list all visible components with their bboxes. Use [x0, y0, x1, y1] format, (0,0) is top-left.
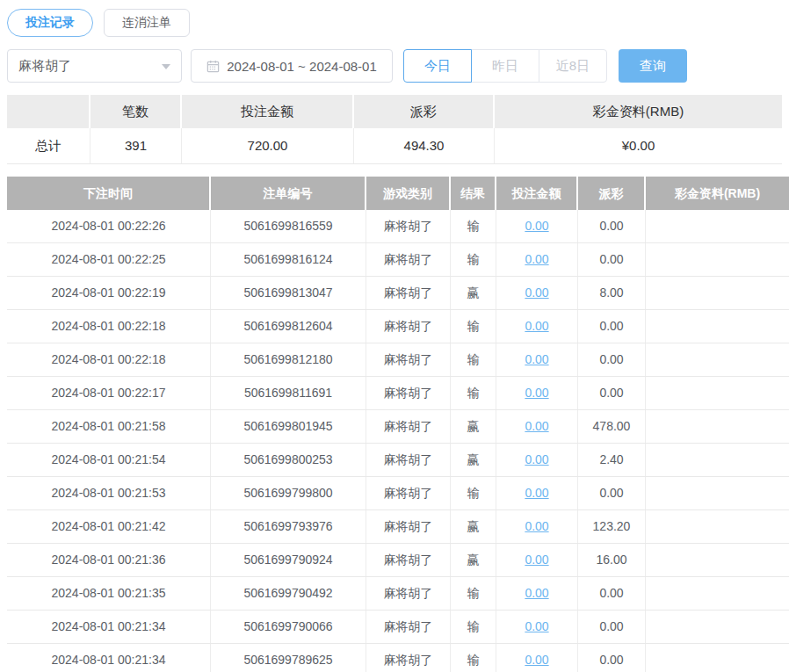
bet-amount-link[interactable]: 0.00	[525, 252, 548, 266]
cell-bet-time: 2024-08-01 00:22:18	[7, 310, 211, 343]
table-row: 2024-08-01 00:22:25 5061699816124 麻将胡了 输…	[7, 243, 789, 277]
bet-amount-link[interactable]: 0.00	[525, 553, 548, 567]
header-bonus: 彩金资料(RMB)	[646, 177, 789, 210]
cell-order-id: 5061699801945	[211, 410, 366, 443]
cell-payout: 478.00	[578, 410, 646, 443]
cell-bonus	[646, 611, 789, 643]
cell-payout: 8.00	[578, 277, 646, 309]
cell-result: 输	[451, 477, 496, 509]
cell-bet-time: 2024-08-01 00:22:17	[7, 377, 211, 409]
cell-result: 输	[451, 210, 496, 242]
cell-bet-amount: 0.00	[496, 277, 578, 309]
cell-order-id: 5061699800253	[211, 444, 366, 476]
cell-result: 输	[451, 577, 496, 610]
game-select[interactable]: 麻将胡了	[7, 49, 182, 83]
cell-bet-time: 2024-08-01 00:21:35	[7, 577, 211, 610]
table-row: 2024-08-01 00:21:54 5061699800253 麻将胡了 赢…	[7, 444, 789, 477]
bet-amount-link[interactable]: 0.00	[525, 519, 548, 533]
bet-amount-link[interactable]: 0.00	[525, 419, 548, 433]
cell-bet-time: 2024-08-01 00:21:34	[7, 644, 211, 672]
bet-amount-link[interactable]: 0.00	[525, 452, 548, 466]
cell-bet-amount: 0.00	[496, 377, 578, 409]
cell-game-type: 麻将胡了	[366, 343, 451, 376]
cell-payout: 0.00	[578, 243, 646, 276]
last-8-days-button[interactable]: 近8日	[539, 49, 607, 83]
cell-order-id: 5061699811691	[211, 377, 366, 409]
bet-amount-link[interactable]: 0.00	[525, 352, 548, 366]
cell-payout: 0.00	[578, 210, 646, 242]
cell-result: 输	[451, 611, 496, 643]
game-select-value: 麻将胡了	[18, 58, 71, 75]
cell-bonus	[646, 410, 789, 443]
cell-bonus	[646, 577, 789, 610]
cell-result: 输	[451, 377, 496, 409]
cell-order-id: 5061699799800	[211, 477, 366, 509]
cell-game-type: 麻将胡了	[366, 644, 451, 672]
date-range-input[interactable]: 2024-08-01 ~ 2024-08-01	[191, 49, 393, 83]
bet-amount-link[interactable]: 0.00	[525, 285, 548, 300]
summary-total-count: 391	[90, 128, 182, 163]
today-button[interactable]: 今日	[403, 49, 472, 83]
cell-bet-time: 2024-08-01 00:21:54	[7, 444, 211, 476]
cell-order-id: 5061699812604	[211, 310, 366, 343]
bet-amount-link[interactable]: 0.00	[525, 219, 548, 233]
cell-order-id: 5061699790492	[211, 577, 366, 610]
header-order-id: 注单编号	[211, 177, 366, 210]
tab-betting-records[interactable]: 投注记录	[7, 9, 93, 37]
cell-bet-time: 2024-08-01 00:22:18	[7, 343, 211, 376]
header-payout: 派彩	[578, 177, 646, 210]
table-row: 2024-08-01 00:22:18 5061699812604 麻将胡了 输…	[7, 310, 789, 343]
cell-game-type: 麻将胡了	[366, 611, 451, 643]
cell-order-id: 5061699790924	[211, 544, 366, 576]
table-row: 2024-08-01 00:22:17 5061699811691 麻将胡了 输…	[7, 377, 789, 410]
cell-result: 赢	[451, 277, 496, 309]
bet-amount-link[interactable]: 0.00	[525, 586, 548, 600]
cell-game-type: 麻将胡了	[366, 310, 451, 343]
summary-total-row: 总计 391 720.00 494.30 ¥0.00	[7, 128, 782, 164]
cell-result: 赢	[451, 444, 496, 476]
cell-bet-amount: 0.00	[496, 343, 578, 376]
bet-amount-link[interactable]: 0.00	[525, 386, 548, 400]
tab-cancelled-orders[interactable]: 连消注单	[104, 9, 190, 37]
cell-bonus	[646, 444, 789, 476]
cell-game-type: 麻将胡了	[366, 277, 451, 309]
cell-game-type: 麻将胡了	[366, 210, 451, 242]
yesterday-button[interactable]: 昨日	[471, 49, 539, 83]
cell-game-type: 麻将胡了	[366, 410, 451, 443]
cell-bet-amount: 0.00	[496, 310, 578, 343]
records-header-row: 下注时间 注单编号 游戏类别 结果 投注金额 派彩 彩金资料(RMB)	[7, 177, 789, 210]
header-result: 结果	[451, 177, 496, 210]
table-row: 2024-08-01 00:21:53 5061699799800 麻将胡了 输…	[7, 477, 789, 510]
quick-date-button-group: 今日 昨日 近8日	[403, 49, 607, 83]
bet-amount-link[interactable]: 0.00	[525, 653, 548, 667]
table-row: 2024-08-01 00:22:19 5061699813047 麻将胡了 赢…	[7, 277, 789, 310]
cell-bonus	[646, 510, 789, 543]
cell-game-type: 麻将胡了	[366, 477, 451, 509]
table-row: 2024-08-01 00:21:34 5061699789625 麻将胡了 输…	[7, 644, 789, 672]
bet-amount-link[interactable]: 0.00	[525, 319, 548, 333]
cell-bonus	[646, 644, 789, 672]
cell-payout: 0.00	[578, 377, 646, 409]
cell-payout: 0.00	[578, 310, 646, 343]
bet-amount-link[interactable]: 0.00	[525, 486, 548, 500]
cell-result: 输	[451, 310, 496, 343]
cell-bet-amount: 0.00	[496, 544, 578, 576]
cell-payout: 0.00	[578, 343, 646, 376]
cell-bet-amount: 0.00	[496, 510, 578, 543]
cell-order-id: 5061699790066	[211, 611, 366, 643]
header-bet-time: 下注时间	[7, 177, 211, 210]
cell-game-type: 麻将胡了	[366, 377, 451, 409]
cell-payout: 16.00	[578, 544, 646, 576]
cell-result: 赢	[451, 510, 496, 543]
cell-payout: 0.00	[578, 644, 646, 672]
chevron-down-icon	[162, 64, 170, 69]
cell-bet-amount: 0.00	[496, 611, 578, 643]
summary-table: 笔数 投注金额 派彩 彩金资料(RMB) 总计 391 720.00 494.3…	[7, 95, 782, 164]
cell-game-type: 麻将胡了	[366, 544, 451, 576]
bet-amount-link[interactable]: 0.00	[525, 619, 548, 633]
cell-order-id: 5061699816124	[211, 243, 366, 276]
summary-header-empty	[7, 95, 90, 128]
cell-game-type: 麻将胡了	[366, 510, 451, 543]
cell-bet-time: 2024-08-01 00:21:36	[7, 544, 211, 576]
query-button[interactable]: 查询	[619, 49, 687, 83]
